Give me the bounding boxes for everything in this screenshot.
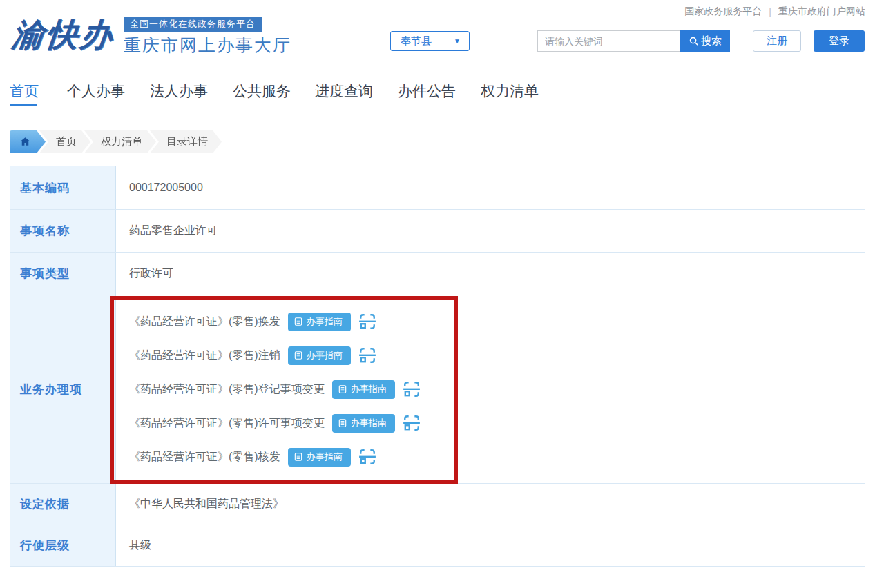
breadcrumb: 首页 权力清单 目录详情 xyxy=(10,130,222,153)
nav-item-announcements[interactable]: 办件公告 xyxy=(398,81,456,101)
logo-wordmark: 渝快办 xyxy=(10,14,116,55)
qr-code-button[interactable] xyxy=(403,414,421,433)
guide-button-label: 办事指南 xyxy=(307,315,343,328)
guide-button-label: 办事指南 xyxy=(351,383,387,395)
list-item: 《药品经营许可证》(零售)登记事项变更 办事指南 xyxy=(129,380,865,399)
list-item: 《药品经营许可证》(零售)核发 办事指南 xyxy=(129,447,865,467)
list-item: 《药品经营许可证》(零售)许可事项变更 办事指南 xyxy=(129,413,865,433)
search-input[interactable] xyxy=(537,30,680,52)
search-button[interactable]: 搜索 xyxy=(680,30,730,52)
item-detail-table: 基本编码 000172005000 事项名称 药品零售企业许可 事项类型 行政许… xyxy=(10,166,865,567)
guide-button[interactable]: 办事指南 xyxy=(332,414,395,433)
qr-code-button[interactable] xyxy=(403,380,421,399)
home-icon xyxy=(19,136,31,148)
region-select[interactable]: 奉节县 ▼ xyxy=(390,31,470,51)
breadcrumb-item-detail[interactable]: 目录详情 xyxy=(150,130,222,153)
nav-item-power-list[interactable]: 权力清单 xyxy=(481,81,539,101)
nav-item-public-service[interactable]: 公共服务 xyxy=(233,81,291,101)
page: 国家政务服务平台 | 重庆市政府门户网站 渝快办 全国一体化在线政务服务平台 重… xyxy=(0,0,875,588)
guide-button[interactable]: 办事指南 xyxy=(332,380,395,399)
list-item: 《药品经营许可证》(零售)换发 办事指南 xyxy=(129,312,865,331)
nav-item-progress-query[interactable]: 进度查询 xyxy=(315,81,373,101)
nav-active-underline xyxy=(10,104,37,106)
business-item-name: 《药品经营许可证》(零售)登记事项变更 xyxy=(129,382,325,397)
business-item-name: 《药品经营许可证》(零售)换发 xyxy=(129,315,280,329)
nav-item-corporate[interactable]: 法人办事 xyxy=(150,81,208,101)
business-item-name: 《药品经营许可证》(零售)注销 xyxy=(129,349,280,363)
document-icon xyxy=(338,384,347,394)
row-value: 县级 xyxy=(116,525,865,566)
top-links-separator: | xyxy=(769,6,771,17)
nav-item-personal[interactable]: 个人办事 xyxy=(67,81,125,101)
row-value: 行政许可 xyxy=(116,253,865,295)
table-row-exercise-level: 行使层级 县级 xyxy=(10,525,865,567)
row-value: 《中华人民共和国药品管理法》 xyxy=(116,484,865,525)
login-button[interactable]: 登录 xyxy=(814,30,865,52)
main-nav: 首页 个人办事 法人办事 公共服务 进度查询 办件公告 权力清单 xyxy=(0,81,875,110)
region-selected-value: 奉节县 xyxy=(401,35,432,48)
row-label: 设定依据 xyxy=(10,484,116,525)
table-row-item-name: 事项名称 药品零售企业许可 xyxy=(10,210,865,253)
row-label: 事项名称 xyxy=(10,210,116,252)
business-item-name: 《药品经营许可证》(零售)许可事项变更 xyxy=(129,416,325,431)
business-item-list: 《药品经营许可证》(零售)换发 办事指南 《药品经营许可证》(零售)注销 办事指… xyxy=(116,295,865,483)
guide-button[interactable]: 办事指南 xyxy=(288,448,351,467)
table-row-item-type: 事项类型 行政许可 xyxy=(10,253,865,295)
guide-button-label: 办事指南 xyxy=(307,349,343,362)
nav-item-home[interactable]: 首页 xyxy=(10,81,39,101)
qr-code-button[interactable] xyxy=(358,346,377,365)
guide-button[interactable]: 办事指南 xyxy=(288,313,351,331)
document-icon xyxy=(294,351,303,360)
row-label: 行使层级 xyxy=(10,525,116,566)
breadcrumb-item-home[interactable]: 首页 xyxy=(39,130,90,153)
document-icon xyxy=(294,317,303,326)
table-row-basic-code: 基本编码 000172005000 xyxy=(10,166,865,210)
document-icon xyxy=(338,418,347,428)
qr-scan-icon xyxy=(358,448,376,466)
breadcrumb-home[interactable] xyxy=(10,130,46,153)
search-bar: 搜索 xyxy=(537,30,730,52)
qr-code-button[interactable] xyxy=(358,313,377,331)
row-label: 事项类型 xyxy=(10,253,116,295)
guide-button-label: 办事指南 xyxy=(351,417,387,429)
business-item-name: 《药品经营许可证》(零售)核发 xyxy=(129,450,280,464)
chevron-down-icon: ▼ xyxy=(454,37,461,45)
row-value: 000172005000 xyxy=(116,166,865,209)
qr-scan-icon xyxy=(403,380,421,398)
document-icon xyxy=(294,452,303,462)
search-button-label: 搜索 xyxy=(701,35,722,48)
site-title: 重庆市网上办事大厅 xyxy=(124,34,291,57)
site-logo[interactable]: 渝快办 全国一体化在线政务服务平台 重庆市网上办事大厅 xyxy=(12,14,291,57)
qr-code-button[interactable] xyxy=(358,448,377,467)
qr-scan-icon xyxy=(403,414,421,432)
breadcrumb-item-power-list[interactable]: 权力清单 xyxy=(84,130,156,153)
guide-button-label: 办事指南 xyxy=(307,451,343,463)
search-icon xyxy=(689,36,699,46)
top-links: 国家政务服务平台 | 重庆市政府门户网站 xyxy=(684,6,865,18)
link-chongqing-portal[interactable]: 重庆市政府门户网站 xyxy=(778,6,865,18)
list-item: 《药品经营许可证》(零售)注销 办事指南 xyxy=(129,346,865,365)
row-label: 业务办理项 xyxy=(10,295,116,483)
platform-badge: 全国一体化在线政务服务平台 xyxy=(124,17,262,32)
table-row-legal-basis: 设定依据 《中华人民共和国药品管理法》 xyxy=(10,484,865,525)
table-row-business-items: 业务办理项 《药品经营许可证》(零售)换发 办事指南 《药品经营许可证》(零售)… xyxy=(10,295,865,484)
row-label: 基本编码 xyxy=(10,166,116,209)
link-national-platform[interactable]: 国家政务服务平台 xyxy=(684,6,762,18)
logo-subtitle-block: 全国一体化在线政务服务平台 重庆市网上办事大厅 xyxy=(124,14,291,57)
register-button[interactable]: 注册 xyxy=(753,30,801,52)
row-value: 药品零售企业许可 xyxy=(116,210,865,252)
qr-scan-icon xyxy=(358,313,376,331)
guide-button[interactable]: 办事指南 xyxy=(288,346,351,365)
qr-scan-icon xyxy=(358,346,376,364)
